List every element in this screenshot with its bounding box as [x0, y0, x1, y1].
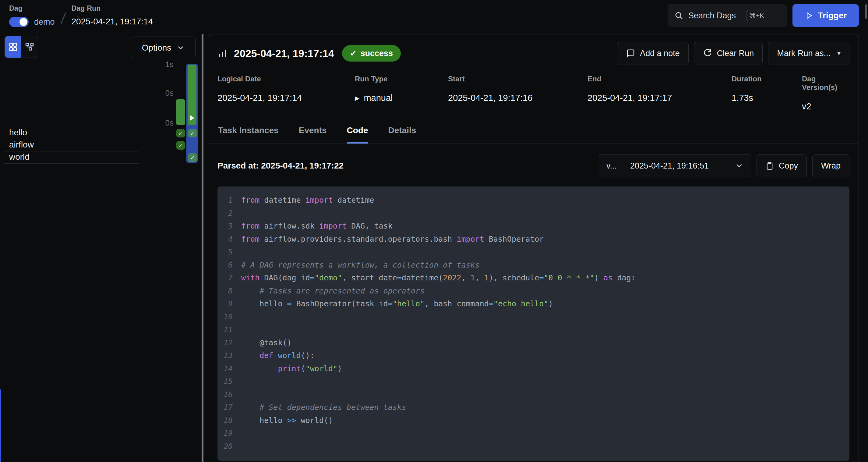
line-number: 12	[217, 337, 241, 350]
code-line: 17 # Set dependencies between tasks	[217, 401, 849, 414]
code-text: print("world")	[241, 362, 342, 375]
run-selected-task-hello-square[interactable]: ✓	[188, 129, 197, 138]
meta-label: Logical Date	[217, 75, 355, 83]
meta-run-type: Run Type▶manual	[355, 75, 448, 112]
line-number: 1	[217, 194, 241, 207]
status-text: success	[361, 49, 393, 58]
graph-view-icon	[25, 42, 34, 52]
code-text: @task()	[241, 337, 292, 350]
line-number: 11	[217, 323, 241, 337]
code-line: 6# A DAG represents a workflow, a collec…	[217, 259, 849, 272]
line-number: 4	[217, 233, 241, 246]
run-selected-bar[interactable]	[188, 65, 196, 125]
line-number: 15	[217, 375, 241, 388]
meta-label: Dag Version(s)	[802, 75, 849, 92]
code-text: from airflow.sdk import DAG, task	[241, 220, 393, 233]
run-metadata: Logical Date2025-04-21, 19:17:14Run Type…	[208, 65, 859, 112]
task-label-world[interactable]: world	[9, 152, 30, 162]
code-line: 8 # Tasks are represented as operators	[217, 285, 849, 298]
task-row-separator	[4, 139, 139, 139]
task-row-separator	[4, 151, 139, 151]
clear-run-button[interactable]: Clear Run	[694, 42, 763, 65]
code-line: 11	[217, 323, 849, 337]
line-number: 13	[217, 349, 241, 362]
code-line: 10	[217, 311, 849, 324]
meta-value: 2025-04-21, 19:17:17	[588, 93, 732, 103]
code-line: 9 hello = BashOperator(task_id="hello", …	[217, 297, 849, 311]
code-line: 19	[217, 427, 849, 440]
code-text: # A DAG represents a workflow, a collect…	[241, 259, 480, 272]
search-dags-box[interactable]: Search Dags ⌘+K	[668, 4, 787, 27]
page-scrollbar[interactable]	[865, 4, 867, 19]
code-line: 1from datetime import datetime	[217, 194, 849, 207]
dag-version-select[interactable]: v... 2025-04-21, 19:16:51	[599, 154, 751, 177]
graph-view-button[interactable]	[21, 36, 38, 58]
tab-code[interactable]: Code	[347, 125, 368, 144]
mark-run-as-label: Mark Run as...	[777, 49, 831, 58]
status-badge: ✓ success	[342, 45, 401, 62]
bar-chart-icon	[217, 48, 228, 59]
options-label: Options	[142, 43, 172, 53]
run-previous-bar[interactable]	[176, 99, 185, 125]
wrap-button[interactable]: Wrap	[812, 154, 849, 177]
meta-value: 2025-04-21, 19:17:14	[217, 93, 355, 103]
mark-run-as-button[interactable]: Mark Run as... ▾	[768, 42, 849, 65]
code-line: 20	[217, 440, 849, 453]
code-text: from datetime import datetime	[241, 194, 374, 207]
add-note-button[interactable]: Add a note	[617, 42, 689, 65]
code-text: hello = BashOperator(task_id="hello", ba…	[241, 297, 553, 311]
tab-details[interactable]: Details	[388, 125, 416, 144]
code-line: 14 print("world")	[217, 362, 849, 375]
code-line: 7with DAG(dag_id="demo", start_date=date…	[217, 271, 849, 285]
line-number: 20	[217, 440, 241, 453]
version-prefix: v...	[607, 161, 617, 171]
code-line: 15	[217, 375, 849, 388]
search-shortcut-kbd: ⌘+K	[746, 10, 767, 21]
run-previous-task-hello-square[interactable]: ✓	[176, 129, 185, 138]
meta-value: 2025-04-21, 19:17:16	[448, 93, 588, 103]
task-row-separator	[4, 163, 139, 164]
options-button[interactable]: Options	[131, 36, 195, 59]
meta-label: End	[588, 75, 732, 83]
task-label-airflow[interactable]: airflow	[9, 140, 34, 150]
dag-code-viewer[interactable]: 1from datetime import datetime23from air…	[217, 186, 849, 461]
code-line: 12 @task()	[217, 337, 849, 350]
code-line: 18 hello >> world()	[217, 414, 849, 427]
line-number: 19	[217, 427, 241, 440]
play-icon	[805, 11, 813, 20]
code-line: 16	[217, 388, 849, 401]
line-number: 7	[217, 271, 241, 285]
view-toggle-group	[5, 36, 38, 58]
tab-list: Task InstancesEventsCodeDetails	[208, 112, 859, 144]
grid-view-icon	[8, 42, 18, 52]
line-number: 9	[217, 297, 241, 311]
refresh-icon	[703, 49, 712, 58]
code-line: 2	[217, 207, 849, 220]
tab-events[interactable]: Events	[299, 125, 327, 144]
add-note-label: Add a note	[640, 49, 680, 58]
copy-button[interactable]: Copy	[756, 154, 807, 177]
grid-view-button[interactable]	[5, 36, 21, 58]
task-label-hello[interactable]: hello	[9, 128, 27, 138]
meta-end: End2025-04-21, 19:17:17	[588, 75, 732, 112]
code-line: 4from airflow.providers.standard.operato…	[217, 233, 849, 246]
trigger-button[interactable]: Trigger	[793, 4, 859, 27]
line-number: 3	[217, 220, 241, 233]
code-text: with DAG(dag_id="demo", start_date=datet…	[241, 271, 636, 285]
meta-value: ▶manual	[355, 93, 448, 103]
search-icon	[674, 11, 683, 20]
code-line: 13 def world():	[217, 349, 849, 362]
meta-value: v2	[802, 102, 849, 112]
meta-dag-version-s: Dag Version(s)v2	[802, 75, 849, 112]
panel-splitter[interactable]	[202, 34, 204, 462]
version-value: 2025-04-21, 19:16:51	[630, 161, 709, 171]
check-icon: ✓	[350, 49, 357, 58]
axis-tick: 0s	[155, 88, 174, 98]
tab-task-instances[interactable]: Task Instances	[218, 125, 279, 144]
run-selected-task-world-square[interactable]: ✓	[188, 153, 197, 162]
run-previous-task-airflow-square[interactable]: ✓	[176, 141, 185, 150]
caret-down-icon: ▾	[837, 49, 841, 57]
code-text: # Tasks are represented as operators	[241, 285, 425, 298]
chevron-down-icon	[177, 44, 185, 52]
run-header: 2025-04-21, 19:17:14 ✓ success Add a not…	[208, 34, 859, 65]
